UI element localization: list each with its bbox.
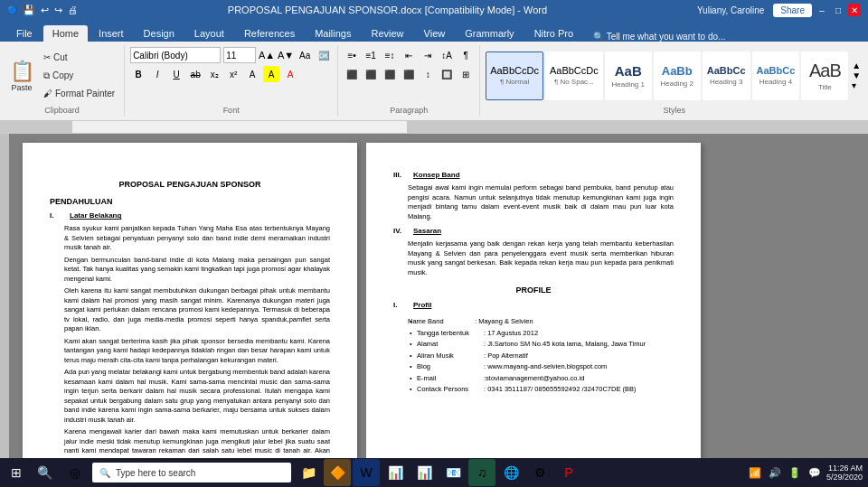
sort-button[interactable]: ↕A	[439, 47, 455, 63]
cut-button[interactable]: ✂ Cut	[40, 50, 118, 66]
paste-button[interactable]: 📋 Paste	[5, 51, 38, 101]
format-painter-button[interactable]: 🖌 Format Painter	[40, 86, 118, 102]
minimize-button[interactable]: –	[816, 4, 828, 16]
tab-review[interactable]: Review	[363, 25, 413, 42]
strikethrough-button[interactable]: ab	[187, 66, 203, 82]
taskbar-powerpoint[interactable]: 📊	[410, 459, 438, 486]
tray-network[interactable]: 📶	[747, 464, 763, 481]
quick-access-redo[interactable]: ↪	[54, 5, 62, 16]
tray-volume[interactable]: 🔊	[767, 464, 783, 481]
tab-view[interactable]: View	[415, 25, 455, 42]
line-spacing-button[interactable]: ↕	[420, 66, 436, 82]
quick-access-print[interactable]: 🖨	[68, 5, 78, 15]
align-center-button[interactable]: ⬛	[363, 66, 379, 82]
increase-indent-button[interactable]: ⇥	[420, 47, 436, 63]
subscript-button[interactable]: x₂	[206, 66, 222, 82]
numbering-button[interactable]: ≡1	[363, 47, 379, 63]
decrease-font-button[interactable]: A▼	[278, 47, 294, 63]
text-effects-button[interactable]: A	[244, 66, 260, 82]
font-color-button[interactable]: A	[282, 66, 298, 82]
taskbar-ppt2[interactable]: P	[555, 459, 582, 486]
styles-scroll-up[interactable]: ▲	[852, 61, 861, 70]
taskbar-excel[interactable]: 📊	[382, 459, 409, 486]
decrease-indent-button[interactable]: ⇤	[401, 47, 417, 63]
style-title[interactable]: AaB Title	[801, 52, 848, 100]
section4-header: IV. Sasaran	[393, 226, 674, 236]
style-normal[interactable]: AaBbCcDc ¶ Normal	[486, 52, 543, 100]
close-button[interactable]: ✕	[848, 4, 861, 16]
tab-design[interactable]: Design	[135, 25, 184, 42]
font-name-input[interactable]	[130, 47, 221, 63]
style-no-spacing[interactable]: AaBbCcDc ¶ No Spac...	[545, 52, 603, 100]
tray-battery[interactable]: 🔋	[787, 464, 803, 481]
page-right[interactable]: III. Konsep Band Sebagai awal kami ingin…	[366, 143, 701, 458]
word-icon: 🔵	[7, 5, 17, 14]
justify-button[interactable]: ⬛	[401, 66, 417, 82]
quick-access-undo[interactable]: ↩	[41, 5, 49, 16]
taskbar-time[interactable]: 11:26 AM 5/29/2020	[826, 464, 863, 482]
taskbar-word[interactable]: W	[353, 459, 380, 486]
profile-date-label: Tangga terbentuk	[417, 329, 480, 339]
taskbar-search-icon[interactable]: 🔍	[31, 459, 58, 486]
clipboard-content: 📋 Paste ✂ Cut ⧉ Copy 🖌 Format Painter	[5, 47, 118, 104]
tab-file[interactable]: File	[7, 25, 42, 42]
shading-button[interactable]: 🔲	[439, 66, 455, 82]
maximize-button[interactable]: □	[832, 4, 844, 16]
change-case-button[interactable]: Aa	[297, 47, 313, 63]
taskbar-cortana-icon[interactable]: ◎	[61, 459, 89, 486]
tab-insert[interactable]: Insert	[90, 25, 133, 42]
text-highlight-button[interactable]: A	[263, 66, 279, 82]
tab-home[interactable]: Home	[43, 25, 88, 42]
copy-button[interactable]: ⧉ Copy	[40, 68, 118, 84]
clipboard-label: Clipboard	[5, 106, 118, 115]
share-button[interactable]: Share	[773, 4, 812, 17]
bold-button[interactable]: B	[130, 66, 146, 82]
taskbar-settings[interactable]: ⚙	[526, 459, 553, 486]
show-formatting-button[interactable]: ¶	[458, 47, 474, 63]
taskbar-search-box[interactable]: 🔍 Type here to search	[92, 463, 291, 482]
tab-nitropro[interactable]: Nitro Pro	[525, 25, 582, 42]
taskbar-spotify[interactable]: ♫	[468, 459, 495, 486]
style-heading4[interactable]: AaBbCc Heading 4	[752, 52, 800, 100]
para-row1: ≡• ≡1 ≡↕ ⇤ ⇥ ↕A ¶	[344, 47, 474, 63]
tab-references[interactable]: References	[235, 25, 304, 42]
start-button[interactable]: ⊞	[5, 462, 27, 483]
pages-container[interactable]: PROPOSAL PENGAJUAN SPONSOR PENDAHULUAN I…	[14, 134, 868, 467]
tray-action-center[interactable]: 💬	[807, 464, 823, 481]
font-size-input[interactable]	[223, 47, 256, 63]
tell-me-input[interactable]: 🔍 Tell me what you want to do...	[593, 32, 725, 42]
styles-scroll[interactable]: ▲ ▼ ▾	[850, 61, 863, 90]
styles-expand[interactable]: ▾	[852, 80, 861, 90]
tab-mailings[interactable]: Mailings	[306, 25, 360, 42]
style-heading3[interactable]: AaBbCc Heading 3	[703, 52, 750, 100]
section4-title: Sasaran	[413, 226, 441, 236]
increase-font-button[interactable]: A▲	[259, 47, 275, 63]
profile-addr-value: : Jl.Sartono SM No.45 kota lama, Malang,…	[484, 340, 646, 350]
borders-button[interactable]: ⊞	[458, 66, 474, 82]
italic-button[interactable]: I	[149, 66, 165, 82]
clear-format-button[interactable]: 🆗	[316, 47, 332, 63]
tab-layout[interactable]: Layout	[185, 25, 233, 42]
tab-grammarly[interactable]: Grammarly	[456, 25, 523, 42]
style-heading2[interactable]: AaBb Heading 2	[654, 52, 701, 100]
styles-scroll-down[interactable]: ▼	[852, 70, 861, 80]
superscript-button[interactable]: x²	[225, 66, 241, 82]
profile-details: Name Band : Mayang & Selvien Tangga terb…	[408, 317, 674, 395]
styles-label: Styles	[486, 106, 863, 115]
align-left-button[interactable]: ⬛	[344, 66, 360, 82]
style-heading1[interactable]: AaB Heading 1	[605, 52, 652, 100]
underline-button[interactable]: U	[168, 66, 184, 82]
styles-gallery: AaBbCcDc ¶ Normal AaBbCcDc ¶ No Spac... …	[486, 52, 863, 100]
taskbar-browser[interactable]: 🔶	[324, 459, 351, 486]
profile-name-value: : Mayang & Selvien	[475, 317, 533, 327]
page-left[interactable]: PROPOSAL PENGAJUAN SPONSOR PENDAHULUAN I…	[23, 143, 357, 458]
taskbar-chrome[interactable]: 🌐	[497, 459, 524, 486]
quick-access-save[interactable]: 💾	[23, 5, 35, 16]
multilevel-button[interactable]: ≡↕	[382, 47, 398, 63]
align-right-button[interactable]: ⬛	[382, 66, 398, 82]
taskbar-outlook[interactable]: 📧	[439, 459, 467, 486]
para1: Rasa syukur kami panjatkan kepada Tuhan …	[64, 224, 330, 253]
bullets-button[interactable]: ≡•	[344, 47, 360, 63]
taskbar-explorer[interactable]: 📁	[295, 459, 322, 486]
style-no-spacing-preview: AaBbCcDc	[550, 65, 599, 76]
